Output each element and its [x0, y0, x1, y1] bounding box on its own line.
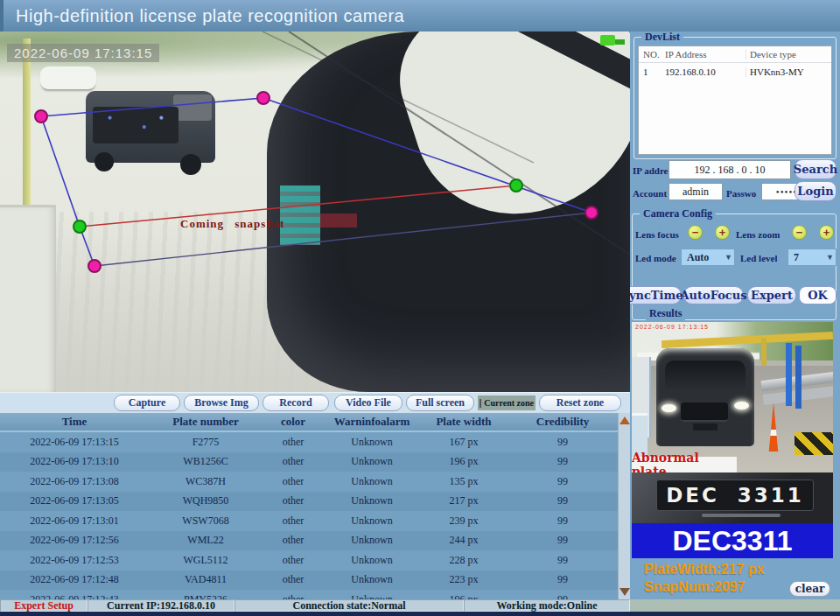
column-header-warn[interactable]: Warninfoalarm	[324, 413, 420, 430]
table-cell: WSW7068	[149, 514, 262, 528]
account-input[interactable]: admin	[668, 183, 723, 200]
chevron-down-icon[interactable]: ▼	[826, 253, 834, 262]
column-header-width[interactable]: Plate width	[420, 413, 508, 430]
password-label: Passwo	[726, 188, 760, 199]
current-zone-label: Current zone	[484, 398, 534, 408]
table-cell: 2022-06-09 17:13:10	[0, 455, 149, 468]
table-row[interactable]: 2022-06-09 17:12:56WML22otherUnknown244 …	[0, 531, 618, 551]
table-cell: Unknown	[324, 534, 420, 547]
column-header-plate[interactable]: Plate number	[149, 413, 262, 430]
snap-num-line: SnapNum:2097	[644, 579, 746, 595]
table-cell: Unknown	[324, 436, 420, 449]
search-button[interactable]: Search	[794, 159, 836, 179]
snapshot-timestamp: 2022-06-09 17:13:15	[635, 324, 709, 330]
expert-setup-button[interactable]: Expert Setup	[0, 599, 88, 612]
video-timestamp: 2022-06-09 17:13:15	[7, 44, 159, 62]
table-cell: other	[262, 514, 324, 528]
device-list-header: NO. IP Address Device type	[639, 46, 831, 63]
ip-address-label: IP addre:	[633, 165, 668, 176]
reset-zone-button[interactable]: Reset zone	[539, 395, 621, 411]
table-cell: other	[262, 573, 324, 586]
device-no: 1	[639, 66, 665, 77]
table-cell: 2022-06-09 17:12:53	[0, 554, 149, 567]
table-cell: VAD4811	[149, 573, 262, 586]
expert-button[interactable]: Expert	[747, 286, 796, 304]
capture-button[interactable]: Capture	[114, 395, 180, 411]
table-row[interactable]: 2022-06-09 17:12:48VAD4811otherUnknown22…	[0, 570, 618, 591]
recognized-plate-text: DEC3311	[673, 525, 793, 557]
plate-width-label: PlateWidth:	[644, 562, 721, 577]
account-label: Account	[633, 188, 668, 199]
plate-width-value: 217 px	[721, 562, 765, 577]
video-toolbar: Capture Browse Img Record Video File Ful…	[0, 392, 630, 413]
record-button[interactable]: Record	[262, 395, 329, 411]
status-bar: Expert Setup Current IP:192.168.0.10 Con…	[0, 599, 630, 612]
right-panel: DevList NO. IP Address Device type 1 192…	[630, 32, 840, 599]
title-bar: High-definition license plate recognitio…	[0, 0, 840, 32]
table-cell: 99	[508, 494, 618, 508]
table-cell: Unknown	[324, 475, 420, 488]
lens-zoom-plus-button[interactable]: +	[819, 225, 834, 240]
led-level-select[interactable]: 7 ▼	[788, 248, 836, 266]
table-cell: 223 px	[420, 573, 508, 586]
table-row[interactable]: 2022-06-09 17:13:15F2775otherUnknown167 …	[0, 432, 618, 452]
browse-img-button[interactable]: Browse Img	[184, 395, 259, 411]
table-cell: other	[262, 475, 324, 488]
column-header-time[interactable]: Time	[0, 413, 149, 430]
device-row[interactable]: 1 192.168.0.10 HVKnn3-MY	[639, 63, 831, 80]
devlist-legend: DevList	[641, 32, 683, 44]
login-button[interactable]: Login	[794, 181, 836, 201]
table-cell: other	[262, 554, 324, 567]
table-row[interactable]: 2022-06-09 17:13:05WQH9850otherUnknown21…	[0, 492, 618, 512]
table-cell: 99	[508, 534, 618, 547]
plate-table-header: Time Plate number color Warninfoalarm Pl…	[0, 413, 618, 432]
table-cell: other	[262, 436, 324, 449]
autofocus-button[interactable]: AutoFocus	[683, 286, 744, 304]
column-header-color[interactable]: color	[262, 413, 324, 430]
snap-num-label: SnapNum:	[644, 579, 714, 594]
checkbox-icon[interactable]	[480, 399, 481, 408]
lens-focus-plus-button[interactable]: +	[715, 225, 730, 240]
chevron-down-icon[interactable]: ▼	[724, 253, 732, 262]
table-cell: 239 px	[420, 514, 508, 528]
table-row[interactable]: 2022-06-09 17:13:10WB1256CotherUnknown19…	[0, 452, 618, 472]
table-row[interactable]: 2022-06-09 17:13:08WC387HotherUnknown135…	[0, 472, 618, 492]
lens-focus-minus-button[interactable]: −	[688, 225, 703, 240]
table-row[interactable]: 2022-06-09 17:13:01WSW7068otherUnknown23…	[0, 511, 618, 531]
camera-config-legend: Camera Config	[640, 207, 716, 220]
bottom-right-strip	[630, 599, 840, 612]
sync-time-button[interactable]: SyncTime	[630, 286, 682, 304]
live-video-feed[interactable]: 2022-06-09 17:13:15 Coming snapshot	[0, 32, 630, 392]
ip-address-input[interactable]: 192 . 168 . 0 . 10	[668, 160, 791, 179]
result-snapshot-image: 2022-06-09 17:13:15 Abnormal plate	[632, 322, 833, 472]
lens-zoom-label: Lens zoom	[736, 229, 780, 240]
table-row[interactable]: 2022-06-09 17:12:53WGL5112otherUnknown22…	[0, 550, 618, 570]
video-file-button[interactable]: Video File	[334, 395, 402, 411]
detection-zone-overlay[interactable]	[0, 32, 630, 392]
devlist-group: DevList NO. IP Address Device type 1 192…	[634, 37, 836, 159]
scroll-up-icon[interactable]	[620, 416, 630, 424]
table-cell: WQH9850	[149, 494, 262, 508]
led-mode-label: Led mode	[635, 253, 676, 263]
table-cell: 99	[508, 475, 618, 488]
device-list[interactable]: NO. IP Address Device type 1 192.168.0.1…	[638, 46, 832, 155]
snapshot-plate	[693, 424, 718, 430]
table-cell: 196 px	[420, 455, 508, 468]
current-zone-checkbox[interactable]: Current zone	[478, 396, 536, 410]
full-screen-button[interactable]: Full screen	[406, 395, 474, 411]
table-row[interactable]: 2022-06-09 17:12:43PMY5226otherUnknown19…	[0, 590, 618, 599]
snap-num-value: 2097	[714, 579, 746, 594]
led-mode-select[interactable]: Auto ▼	[681, 248, 735, 266]
table-cell: other	[262, 534, 324, 547]
table-scrollbar[interactable]	[618, 413, 630, 599]
table-cell: other	[262, 455, 324, 468]
table-cell: 99	[508, 573, 618, 586]
ok-button[interactable]: OK	[799, 286, 836, 304]
recognized-plate-banner: DEC3311	[632, 523, 833, 558]
column-header-credibility[interactable]: Credibility	[508, 413, 618, 430]
plate-table-body: 2022-06-09 17:13:15F2775otherUnknown167 …	[0, 432, 618, 599]
clear-button[interactable]: clear	[789, 581, 830, 597]
scroll-down-icon[interactable]	[620, 588, 630, 596]
page-title: High-definition license plate recognitio…	[4, 6, 404, 26]
lens-zoom-minus-button[interactable]: −	[792, 225, 807, 240]
